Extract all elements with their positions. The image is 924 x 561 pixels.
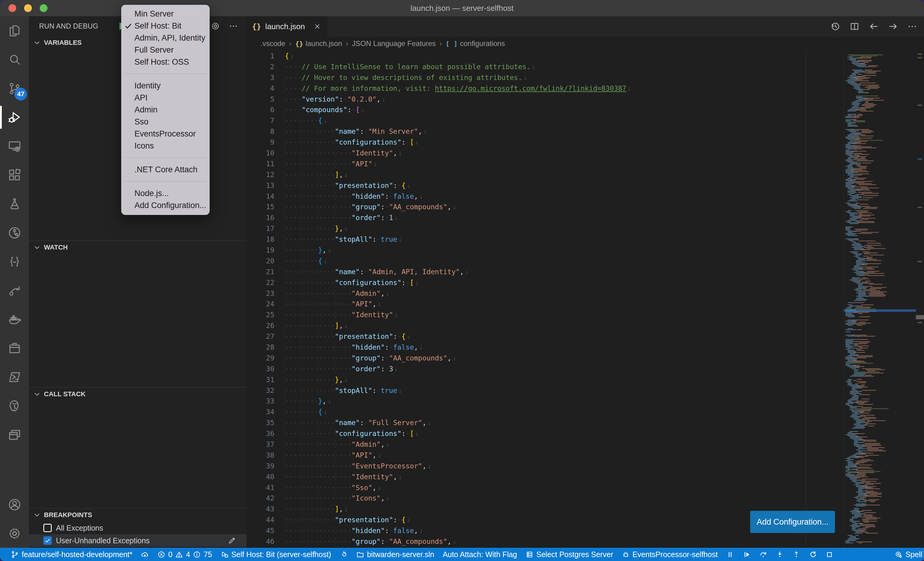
status-item-debug-session[interactable]: EventsProcessor-selfhost <box>622 550 718 559</box>
status-item-publish-changes[interactable] <box>141 551 149 559</box>
menu-item-add-configuration[interactable]: Add Configuration... <box>121 199 210 211</box>
line-number[interactable]: 44 <box>247 516 274 524</box>
line-number[interactable]: 36 <box>247 429 274 437</box>
close-window-button[interactable] <box>8 4 16 12</box>
line-number[interactable]: 33 <box>247 397 274 405</box>
line-number[interactable]: 15 <box>247 203 274 211</box>
pencil-icon[interactable] <box>227 536 236 545</box>
section-header[interactable]: WATCH <box>29 241 247 254</box>
activity-item-accounts[interactable] <box>0 490 29 519</box>
line-number[interactable]: 43 <box>247 505 274 513</box>
line-number[interactable]: 13 <box>247 182 274 189</box>
line-number[interactable]: 46 <box>247 537 274 545</box>
status-item-azurite[interactable] <box>340 551 348 559</box>
line-number[interactable]: 20 <box>247 257 274 265</box>
status-item-debug-restart[interactable] <box>809 551 817 559</box>
line-number[interactable]: 4 <box>247 84 274 92</box>
line-number[interactable]: 23 <box>247 290 274 297</box>
activity-item-remote-explorer[interactable] <box>0 132 29 160</box>
status-item-spell-checker[interactable]: Spell <box>894 550 922 559</box>
menu-item-api[interactable]: API <box>121 92 210 104</box>
line-number[interactable]: 32 <box>247 387 274 395</box>
breadcrumb-item[interactable]: [ ]configurations <box>446 39 505 48</box>
line-number[interactable]: 14 <box>247 192 274 200</box>
menu-item-icons[interactable]: Icons <box>121 140 210 152</box>
activity-item-dev-container[interactable] <box>0 334 29 363</box>
line-number[interactable]: 10 <box>247 149 274 157</box>
section-header[interactable]: BREAKPOINTS <box>29 509 247 522</box>
line-number[interactable]: 42 <box>247 494 274 502</box>
activity-item-window-panels[interactable] <box>0 420 29 449</box>
activity-item-docker[interactable] <box>0 305 29 334</box>
status-item-debug-step-out[interactable] <box>792 551 800 559</box>
activity-item-json-helper[interactable] <box>0 247 29 276</box>
line-number[interactable]: 30 <box>247 365 274 373</box>
activity-item-postgresql[interactable] <box>0 392 29 420</box>
line-number[interactable]: 21 <box>247 268 274 276</box>
line-number[interactable]: 34 <box>247 408 274 416</box>
history-icon[interactable] <box>830 21 840 31</box>
line-number[interactable]: 38 <box>247 451 274 459</box>
menu-item-self-host-bit[interactable]: Self Host: Bit <box>121 20 210 32</box>
activity-item-live-share[interactable] <box>0 276 29 305</box>
line-number[interactable]: 19 <box>247 246 274 254</box>
activity-item-source-control[interactable]: 47 <box>0 74 29 103</box>
line-number[interactable]: 8 <box>247 127 274 135</box>
activity-item-extensions[interactable] <box>0 160 29 189</box>
line-number[interactable]: 22 <box>247 279 274 287</box>
line-number[interactable]: 27 <box>247 332 274 340</box>
breadcrumb-item[interactable]: {}launch.json <box>295 39 342 48</box>
line-number[interactable]: 31 <box>247 376 274 384</box>
checkbox-checked[interactable] <box>44 536 52 545</box>
activity-item-settings[interactable] <box>0 519 29 548</box>
sidebar-more-icon[interactable] <box>229 21 238 31</box>
line-number[interactable]: 41 <box>247 484 274 492</box>
editor-scrollbar[interactable] <box>916 51 924 548</box>
line-number[interactable]: 39 <box>247 462 274 470</box>
line-number[interactable]: 6 <box>247 106 274 114</box>
add-configuration-button[interactable]: Add Configuration... <box>750 511 835 533</box>
more-actions-icon[interactable] <box>907 21 917 31</box>
breadcrumb-item[interactable]: .vscode <box>261 39 285 48</box>
activity-item-explorer[interactable] <box>0 16 29 45</box>
line-number[interactable]: 12 <box>247 171 274 179</box>
activity-item-gitlens[interactable] <box>0 218 29 247</box>
status-item-problems[interactable]: 0475 <box>157 550 212 559</box>
zoom-window-button[interactable] <box>40 4 48 12</box>
line-number[interactable]: 11 <box>247 160 274 168</box>
status-item-postgres-server[interactable]: Select Postgres Server <box>525 550 613 559</box>
menu-item-admin[interactable]: Admin <box>121 104 210 116</box>
line-number[interactable]: 1 <box>247 52 274 60</box>
status-item-debug-continue[interactable] <box>742 551 751 559</box>
line-number[interactable]: 28 <box>247 343 274 351</box>
navigate-back-icon[interactable] <box>868 21 879 31</box>
breakpoint-row[interactable]: User-Unhandled Exceptions <box>29 534 247 547</box>
activity-item-powershell[interactable] <box>0 363 29 392</box>
menu-item-identity[interactable]: Identity <box>121 80 210 92</box>
status-item-debug-pause[interactable] <box>726 551 734 559</box>
line-number[interactable]: 2 <box>247 63 274 71</box>
menu-item-admin-api-identity[interactable]: Admin, API, Identity <box>121 32 210 44</box>
status-item-auto-attach[interactable]: Auto Attach: With Flag <box>443 550 517 559</box>
line-number[interactable]: 40 <box>247 473 274 481</box>
activity-item-search[interactable] <box>0 45 29 74</box>
status-item-debug-step-over[interactable] <box>759 551 767 559</box>
line-number[interactable]: 26 <box>247 322 274 329</box>
line-number[interactable]: 25 <box>247 311 274 319</box>
line-number[interactable]: 7 <box>247 117 274 124</box>
line-number[interactable]: 16 <box>247 214 274 221</box>
status-item-solution[interactable]: bitwarden-server.sln <box>356 550 434 559</box>
line-number[interactable]: 45 <box>247 527 274 534</box>
close-tab-icon[interactable] <box>314 22 321 30</box>
tab-launch-json[interactable]: {} launch.json <box>247 16 327 37</box>
menu-item-eventsprocessor[interactable]: EventsProcessor <box>121 128 210 140</box>
activity-item-run-and-debug[interactable] <box>0 103 29 132</box>
minimap[interactable] <box>844 51 916 548</box>
line-number[interactable]: 18 <box>247 235 274 243</box>
launch-settings-gear-icon[interactable] <box>210 21 220 31</box>
line-number[interactable]: 37 <box>247 440 274 448</box>
code-editor[interactable]: 1{↓2····// Use IntelliSense to learn abo… <box>247 51 924 548</box>
breakpoint-row[interactable]: All Exceptions <box>29 522 247 534</box>
navigate-forward-icon[interactable] <box>888 21 898 31</box>
status-item-git-branch-status[interactable]: feature/self-hosted-development* <box>11 550 132 559</box>
